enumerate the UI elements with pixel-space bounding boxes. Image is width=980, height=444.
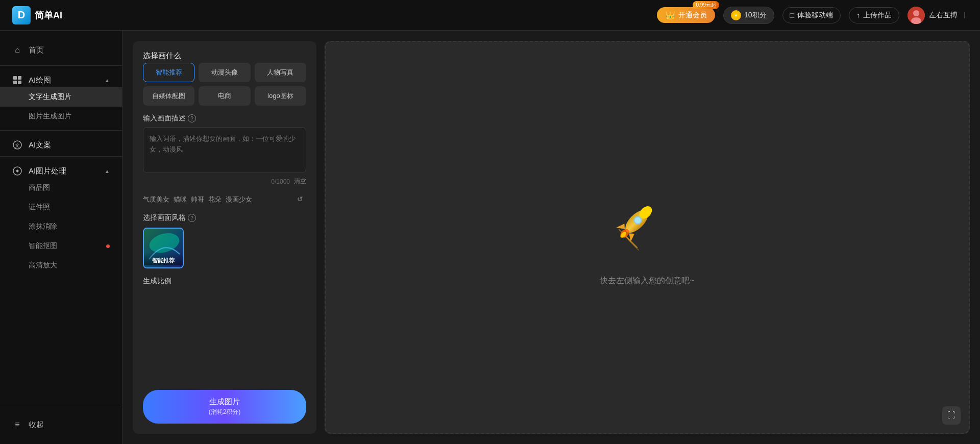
desc-help-icon[interactable]: ? xyxy=(188,114,196,122)
coin-icon: ● xyxy=(731,10,741,20)
svg-rect-6 xyxy=(18,81,21,84)
select-category-section: 选择画什么 智能推荐 动漫头像 人物写真 自媒体配图 电商 logo图标 xyxy=(143,51,306,106)
upload-button[interactable]: ↑ 上传作品 xyxy=(849,7,899,23)
sidebar: ⌂ 首页 AI绘图 ▲ 文字生成图片 图片生成图片 文 AI文案 xyxy=(0,31,122,444)
style-label: 选择画面风格 ? xyxy=(143,213,306,223)
generate-btn-label: 生成图片 xyxy=(209,397,240,407)
tag-3[interactable]: 花朵 xyxy=(208,194,222,205)
tag-1[interactable]: 猫咪 xyxy=(174,194,187,205)
tag-2[interactable]: 帅哥 xyxy=(191,194,204,205)
sidebar-item-hd-enlarge[interactable]: 高清放大 xyxy=(0,256,122,275)
style-grid: 智能推荐 xyxy=(143,228,306,268)
ratio-label: 生成比例 xyxy=(143,277,306,286)
ai-drawing-chevron-icon: ▲ xyxy=(105,78,110,83)
desc-title-text: 输入画面描述 xyxy=(143,114,186,123)
mobile-label: 体验移动端 xyxy=(797,11,833,20)
text-to-image-label: 文字生成图片 xyxy=(29,92,71,101)
sidebar-home-label: 首页 xyxy=(29,45,44,55)
sidebar-item-ai-image-process[interactable]: AI图片处理 ▲ xyxy=(0,161,122,178)
vip-badge: 0.99元起 xyxy=(693,1,719,9)
sidebar-item-matting[interactable]: 智能抠图 xyxy=(0,236,122,256)
sidebar-item-product-image[interactable]: 商品图 xyxy=(0,178,122,198)
refresh-icon[interactable]: ↺ xyxy=(297,195,306,204)
sidebar-divider-2 xyxy=(0,130,122,131)
category-grid: 智能推荐 动漫头像 人物写真 自媒体配图 电商 logo图标 xyxy=(143,63,306,106)
ai-copywriting-icon: 文 xyxy=(12,140,22,150)
user-area[interactable]: 左右互搏 ｜ xyxy=(908,7,968,24)
mobile-icon: □ xyxy=(790,11,794,19)
select-category-title: 选择画什么 xyxy=(143,51,306,61)
ai-image-process-label: AI图片处理 xyxy=(29,166,66,176)
main-layout: ⌂ 首页 AI绘图 ▲ 文字生成图片 图片生成图片 文 AI文案 xyxy=(0,31,980,444)
sidebar-item-home[interactable]: ⌂ 首页 xyxy=(0,39,122,61)
avatar xyxy=(908,7,925,24)
textarea-footer: 0/1000 清空 xyxy=(143,177,306,186)
sidebar-item-ai-copywriting[interactable]: 文 AI文案 xyxy=(0,135,122,152)
rocket-area: 快去左侧输入您的创意吧~ xyxy=(600,189,694,286)
right-panel: 快去左侧输入您的创意吧~ ⛶ xyxy=(325,41,970,434)
product-image-label: 商品图 xyxy=(29,183,50,191)
mobile-button[interactable]: □ 体验移动端 xyxy=(782,7,841,23)
matting-red-dot xyxy=(106,244,110,248)
sidebar-item-text-to-image[interactable]: 文字生成图片 xyxy=(0,87,122,107)
ai-drawing-label: AI绘图 xyxy=(29,76,51,85)
image-to-image-label: 图片生成图片 xyxy=(29,112,71,120)
description-input[interactable] xyxy=(143,127,306,173)
sidebar-item-ai-drawing[interactable]: AI绘图 ▲ xyxy=(0,70,122,87)
hd-enlarge-label: 高清放大 xyxy=(29,261,57,269)
collapse-icon: ≡ xyxy=(12,420,22,430)
points-label: 10积分 xyxy=(744,11,767,20)
upload-label: 上传作品 xyxy=(863,11,892,20)
vip-button[interactable]: 0.99元起 👑 开通会员 xyxy=(657,7,715,23)
style-card-smart[interactable]: 智能推荐 xyxy=(143,228,184,268)
desc-label: 输入画面描述 ? xyxy=(143,114,306,123)
category-ecommerce[interactable]: 电商 xyxy=(199,86,250,106)
content-area: 选择画什么 智能推荐 动漫头像 人物写真 自媒体配图 电商 logo图标 输入画… xyxy=(122,31,980,444)
category-smart[interactable]: 智能推荐 xyxy=(143,63,194,82)
svg-rect-5 xyxy=(13,81,17,84)
tag-4[interactable]: 漫画少女 xyxy=(226,194,252,205)
svg-line-14 xyxy=(628,240,639,250)
sidebar-item-collapse[interactable]: ≡ 收起 xyxy=(0,413,122,436)
clear-button[interactable]: 清空 xyxy=(294,177,306,186)
sidebar-divider-3 xyxy=(0,156,122,157)
svg-point-1 xyxy=(913,10,919,16)
sidebar-divider-1 xyxy=(0,65,122,66)
rocket-container xyxy=(609,189,685,265)
expand-button[interactable]: ⛶ xyxy=(942,406,961,425)
ai-copywriting-label: AI文案 xyxy=(29,140,51,150)
svg-text:文: 文 xyxy=(15,142,20,148)
ratio-section: 生成比例 xyxy=(143,277,306,290)
ai-image-process-icon xyxy=(12,166,22,176)
style-title-text: 选择画面风格 xyxy=(143,213,186,223)
rocket-svg xyxy=(609,189,685,265)
home-icon: ⌂ xyxy=(12,45,22,55)
style-section: 选择画面风格 ? xyxy=(143,213,306,268)
category-logo[interactable]: logo图标 xyxy=(255,86,306,106)
style-help-icon[interactable]: ? xyxy=(188,214,196,222)
style-card-label-smart: 智能推荐 xyxy=(144,253,183,265)
tags-row: 气质美女 猫咪 帅哥 花朵 漫画少女 ↺ xyxy=(143,194,306,205)
generate-button[interactable]: 生成图片 (消耗2积分) xyxy=(143,390,306,424)
category-portrait[interactable]: 人物写真 xyxy=(255,63,306,82)
sidebar-item-id-photo[interactable]: 证件照 xyxy=(0,198,122,217)
left-panel: 选择画什么 智能推荐 动漫头像 人物写真 自媒体配图 电商 logo图标 输入画… xyxy=(133,41,316,434)
logo-text: 简单AI xyxy=(35,9,62,21)
id-photo-label: 证件照 xyxy=(29,203,50,211)
upload-icon: ↑ xyxy=(856,11,860,19)
expand-icon: ⛶ xyxy=(947,411,955,420)
user-menu-chevron-icon: ｜ xyxy=(962,11,968,19)
logo-area[interactable]: D 简单AI xyxy=(12,6,62,24)
erase-label: 涂抹消除 xyxy=(29,222,57,230)
category-anime[interactable]: 动漫头像 xyxy=(199,63,250,82)
points-button[interactable]: ● 10积分 xyxy=(723,7,774,24)
tag-0[interactable]: 气质美女 xyxy=(143,194,169,205)
generate-btn-sub-label: (消耗2积分) xyxy=(209,408,241,416)
sidebar-item-image-to-image[interactable]: 图片生成图片 xyxy=(0,107,122,126)
svg-rect-3 xyxy=(13,76,17,80)
category-media[interactable]: 自媒体配图 xyxy=(143,86,194,106)
sidebar-item-erase[interactable]: 涂抹消除 xyxy=(0,217,122,236)
vip-btn-label: 开通会员 xyxy=(678,11,707,20)
collapse-label: 收起 xyxy=(29,420,44,430)
sidebar-bottom: ≡ 收起 xyxy=(0,407,122,436)
